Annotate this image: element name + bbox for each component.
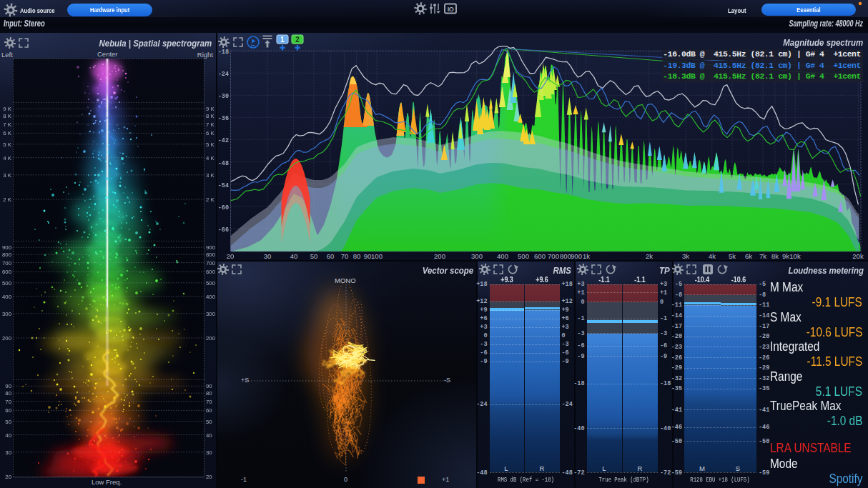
svg-text:50: 50 (5, 419, 11, 425)
svg-text:80: 80 (5, 390, 11, 397)
svg-text:4 K: 4 K (3, 155, 12, 161)
svg-text:300: 300 (2, 311, 12, 317)
svg-text:600: 600 (2, 269, 12, 275)
svg-text:4 K: 4 K (206, 155, 215, 161)
svg-text:70: 70 (5, 399, 11, 405)
svg-text:900: 900 (206, 244, 216, 251)
svg-text:IO: IO (448, 6, 454, 13)
svg-text:800: 800 (2, 252, 12, 258)
svg-text:700: 700 (206, 260, 216, 267)
svg-text:9 K: 9 K (3, 106, 12, 112)
svg-text:300: 300 (206, 311, 216, 317)
svg-text:400: 400 (206, 294, 216, 300)
svg-text:6 K: 6 K (3, 130, 12, 136)
svg-text:500: 500 (2, 280, 12, 287)
svg-text:800: 800 (206, 252, 216, 258)
svg-text:30: 30 (206, 449, 212, 456)
svg-text:600: 600 (206, 269, 216, 275)
svg-text:900: 900 (2, 244, 12, 251)
svg-text:60: 60 (5, 407, 11, 414)
svg-text:9 K: 9 K (206, 106, 215, 112)
svg-text:8 K: 8 K (3, 113, 12, 119)
svg-text:90: 90 (5, 383, 11, 389)
svg-text:20: 20 (206, 474, 212, 480)
svg-text:60: 60 (206, 407, 212, 414)
svg-text:6 K: 6 K (206, 130, 215, 136)
svg-text:30: 30 (5, 449, 11, 456)
svg-text:2 K: 2 K (206, 196, 215, 203)
svg-text:3 K: 3 K (206, 172, 215, 179)
svg-text:7 K: 7 K (3, 121, 12, 128)
svg-text:70: 70 (206, 399, 212, 405)
svg-text:200: 200 (206, 335, 216, 342)
svg-text:500: 500 (206, 280, 216, 287)
svg-text:5 K: 5 K (206, 141, 215, 148)
svg-text:8 K: 8 K (206, 113, 215, 119)
svg-text:400: 400 (2, 294, 12, 300)
svg-text:90: 90 (206, 383, 212, 389)
svg-text:40: 40 (206, 432, 212, 439)
svg-text:80: 80 (206, 390, 212, 397)
svg-text:50: 50 (206, 419, 212, 425)
svg-text:20: 20 (5, 474, 11, 480)
svg-text:200: 200 (2, 335, 12, 342)
svg-text:40: 40 (5, 432, 11, 439)
svg-text:3 K: 3 K (3, 172, 12, 179)
svg-text:7 K: 7 K (206, 121, 215, 128)
svg-text:5 K: 5 K (3, 141, 12, 148)
svg-text:700: 700 (2, 260, 12, 267)
svg-text:2 K: 2 K (3, 196, 12, 203)
